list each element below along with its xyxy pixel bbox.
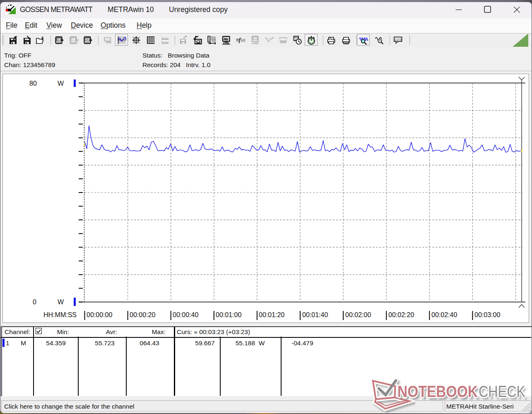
svg-text:1257: 1257 xyxy=(104,38,111,41)
svg-text:321: 321 xyxy=(71,38,76,41)
svg-text:321: 321 xyxy=(253,37,257,40)
svg-text:1/2/3: 1/2/3 xyxy=(395,38,402,41)
svg-text:M: M xyxy=(86,38,89,41)
svg-text:321: 321 xyxy=(56,38,61,41)
svg-text:(x): (x) xyxy=(241,38,246,42)
